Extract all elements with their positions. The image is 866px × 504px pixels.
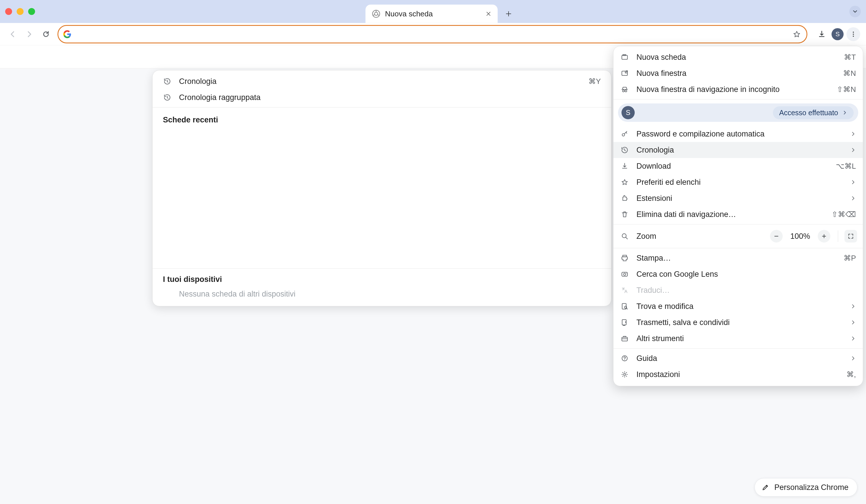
window-traffic-lights: [5, 8, 35, 15]
history-icon: [163, 78, 171, 85]
menu-item-trova-e-modifica[interactable]: Trova e modifica: [613, 298, 863, 314]
history-devices-section: I tuoi dispositivi Nessuna scheda di alt…: [153, 268, 611, 306]
svg-point-21: [624, 359, 625, 360]
menu-item-password-e-compilazione-automatica[interactable]: Password e compilazione automatica: [613, 126, 863, 142]
menu-item-shortcut: ⇧⌘N: [837, 85, 856, 94]
menu-item-trasmetti-salva-e-condividi[interactable]: Trasmetti, salva e condividi: [613, 314, 863, 331]
tab-favicon-google-icon: [372, 10, 380, 18]
menu-item-preferiti-ed-elenchi[interactable]: Preferiti ed elenchi: [613, 174, 863, 190]
profile-status-label: Accesso effettuato: [779, 109, 838, 117]
back-button[interactable]: [6, 27, 20, 41]
menu-item-label: Nuova scheda: [636, 53, 836, 62]
menu-item-label: Trasmetti, salva e condividi: [636, 318, 843, 327]
svg-rect-5: [622, 55, 628, 59]
menu-item-label: Traduci…: [636, 286, 856, 295]
translate-icon: [620, 287, 629, 294]
forward-button[interactable]: [22, 27, 36, 41]
bookmark-star-icon[interactable]: [793, 30, 801, 38]
customize-chrome-label: Personalizza Chrome: [774, 483, 848, 492]
zoom-in-button[interactable]: [818, 230, 830, 243]
svg-rect-19: [622, 337, 628, 341]
omnibox-input[interactable]: [76, 26, 789, 43]
zoom-out-button[interactable]: [770, 230, 783, 243]
minimize-window-button[interactable]: [16, 8, 24, 15]
history-item-history[interactable]: Cronologia ⌘Y: [153, 73, 611, 89]
new-tab-button[interactable]: [503, 9, 514, 19]
svg-point-14: [623, 273, 626, 276]
menu-item-cerca-con-google-lens[interactable]: Cerca con Google Lens: [613, 266, 863, 282]
divider: [153, 107, 611, 108]
menu-item-nuova-finestra-di-navigazione-in-incognito[interactable]: Nuova finestra di navigazione in incogni…: [613, 81, 863, 98]
menu-item-impostazioni[interactable]: Impostazioni⌘,: [613, 366, 863, 382]
chevron-right-icon: [850, 336, 856, 341]
tabs-search-button[interactable]: [850, 6, 861, 17]
menu-item-altri-strumenti[interactable]: Altri strumenti: [613, 331, 863, 347]
menu-item-label: Trova e modifica: [636, 302, 843, 311]
tab-active[interactable]: Nuova scheda: [366, 4, 498, 23]
tab-close-button[interactable]: [485, 10, 492, 18]
menu-item-guida[interactable]: Guida: [613, 350, 863, 366]
history-flyout: Cronologia ⌘Y Cronologia raggruppata Sch…: [152, 70, 611, 306]
profile-avatar-button[interactable]: S: [832, 28, 844, 40]
svg-point-3: [853, 34, 854, 35]
google-g-icon: [63, 30, 71, 38]
divider: [613, 224, 863, 224]
history-item-shortcut: ⌘Y: [588, 77, 601, 86]
chevron-right-icon: [850, 179, 856, 185]
svg-rect-13: [622, 272, 628, 277]
reload-button[interactable]: [39, 27, 53, 41]
window-icon: [620, 69, 629, 77]
menu-item-shortcut: ⇧⌘⌫: [832, 210, 856, 219]
fullscreen-button[interactable]: [844, 230, 857, 243]
help-icon: [620, 355, 629, 362]
menu-item-nuova-finestra[interactable]: Nuova finestra⌘N: [613, 65, 863, 81]
svg-point-9: [625, 90, 627, 92]
menu-item-download[interactable]: Download⌥⌘L: [613, 158, 863, 174]
menu-item-label: Nuova finestra di navigazione in incogni…: [636, 85, 829, 94]
cast-icon: [620, 319, 629, 326]
customize-chrome-button[interactable]: Personalizza Chrome: [755, 478, 857, 496]
profile-row[interactable]: S Accesso effettuato: [618, 103, 858, 122]
menu-item-cronologia[interactable]: Cronologia: [613, 142, 863, 158]
menu-zoom-row: Zoom 100%: [613, 226, 863, 246]
history-item-grouped[interactable]: Cronologia raggruppata: [153, 89, 611, 105]
svg-point-0: [374, 12, 378, 15]
pencil-icon: [762, 484, 769, 491]
svg-point-4: [853, 36, 854, 37]
menu-item-label: Password e compilazione automatica: [636, 130, 843, 138]
history-recent-empty: [153, 127, 611, 268]
menu-item-elimina-dati-di-navigazione[interactable]: Elimina dati di navigazione…⇧⌘⌫: [613, 206, 863, 222]
toolbar-right: S: [815, 27, 860, 41]
lens-icon: [620, 270, 629, 278]
find-icon: [620, 303, 629, 310]
profile-avatar-icon: S: [621, 106, 635, 119]
svg-point-15: [626, 273, 627, 273]
menu-item-shortcut: ⌘P: [844, 254, 856, 262]
menu-item-shortcut: ⌘N: [843, 69, 856, 78]
menu-item-traduci: Traduci…: [613, 282, 863, 298]
profile-status-chip[interactable]: Accesso effettuato: [773, 106, 854, 119]
history-icon: [163, 94, 171, 101]
downloads-button[interactable]: [815, 27, 829, 41]
zoom-controls: 100%: [770, 230, 857, 243]
zoom-icon: [620, 233, 629, 240]
history-item-label: Cronologia: [179, 77, 581, 86]
address-bar[interactable]: [57, 25, 807, 43]
svg-point-8: [622, 90, 624, 92]
star-icon: [620, 178, 629, 186]
menu-item-nuova-scheda[interactable]: Nuova scheda⌘T: [613, 49, 863, 65]
history-item-label: Cronologia raggruppata: [179, 93, 601, 102]
incognito-icon: [620, 86, 629, 93]
menu-item-label: Impostazioni: [636, 370, 839, 379]
divider: [838, 231, 838, 242]
menu-item-label: Guida: [636, 354, 843, 363]
menu-item-stampa[interactable]: Stampa…⌘P: [613, 250, 863, 266]
menu-item-estensioni[interactable]: Estensioni: [613, 190, 863, 206]
zoom-window-button[interactable]: [28, 8, 35, 15]
tab-title: Nuova scheda: [385, 10, 480, 19]
chrome-menu-button[interactable]: [846, 27, 860, 41]
content-area: Cronologia ⌘Y Cronologia raggruppata Sch…: [0, 45, 866, 504]
close-window-button[interactable]: [5, 8, 12, 15]
chevron-right-icon: [850, 131, 856, 137]
history-icon: [620, 146, 629, 154]
